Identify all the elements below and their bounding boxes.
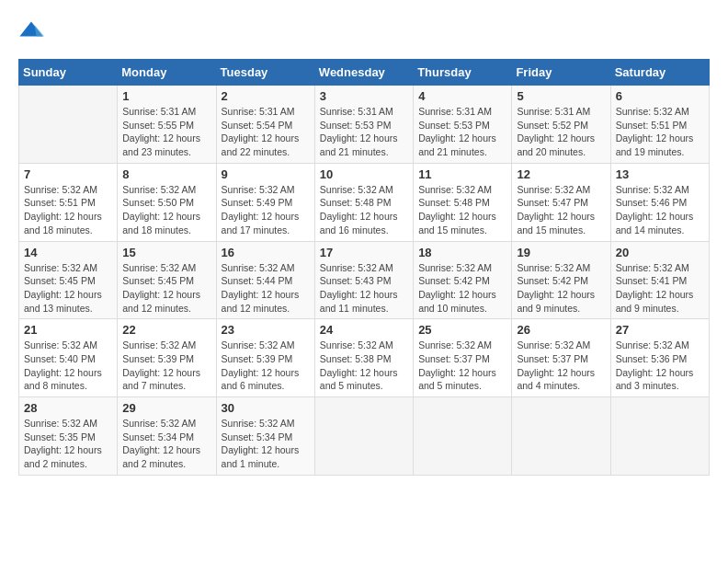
logo — [18, 18, 48, 44]
day-info: Sunrise: 5:32 AM Sunset: 5:48 PM Dayligh… — [418, 183, 506, 237]
calendar-cell: 13Sunrise: 5:32 AM Sunset: 5:46 PM Dayli… — [610, 163, 709, 241]
day-number: 30 — [222, 401, 310, 415]
day-info: Sunrise: 5:32 AM Sunset: 5:49 PM Dayligh… — [222, 183, 310, 237]
calendar-cell: 4Sunrise: 5:31 AM Sunset: 5:53 PM Daylig… — [414, 86, 512, 164]
calendar-cell — [19, 86, 118, 164]
day-info: Sunrise: 5:32 AM Sunset: 5:47 PM Dayligh… — [517, 183, 605, 237]
calendar-cell: 19Sunrise: 5:32 AM Sunset: 5:42 PM Dayli… — [512, 241, 610, 319]
calendar-cell: 28Sunrise: 5:32 AM Sunset: 5:35 PM Dayli… — [19, 397, 118, 476]
day-info: Sunrise: 5:32 AM Sunset: 5:45 PM Dayligh… — [122, 261, 210, 316]
day-info: Sunrise: 5:32 AM Sunset: 5:42 PM Dayligh… — [517, 261, 605, 316]
calendar-cell: 1Sunrise: 5:31 AM Sunset: 5:55 PM Daylig… — [118, 86, 216, 164]
day-info: Sunrise: 5:32 AM Sunset: 5:46 PM Dayligh… — [616, 183, 704, 237]
day-info: Sunrise: 5:32 AM Sunset: 5:37 PM Dayligh… — [517, 339, 605, 393]
day-info: Sunrise: 5:32 AM Sunset: 5:42 PM Dayligh… — [418, 261, 506, 316]
day-info: Sunrise: 5:32 AM Sunset: 5:34 PM Dayligh… — [222, 417, 310, 471]
day-number: 23 — [222, 323, 310, 337]
calendar-cell — [512, 397, 610, 476]
calendar-cell: 23Sunrise: 5:32 AM Sunset: 5:39 PM Dayli… — [216, 319, 314, 397]
day-info: Sunrise: 5:32 AM Sunset: 5:40 PM Dayligh… — [24, 339, 112, 393]
week-row-2: 14Sunrise: 5:32 AM Sunset: 5:45 PM Dayli… — [19, 241, 710, 319]
day-info: Sunrise: 5:32 AM Sunset: 5:51 PM Dayligh… — [24, 183, 112, 237]
calendar-cell: 20Sunrise: 5:32 AM Sunset: 5:41 PM Dayli… — [610, 241, 709, 319]
calendar-cell: 11Sunrise: 5:32 AM Sunset: 5:48 PM Dayli… — [414, 163, 512, 241]
calendar-cell: 5Sunrise: 5:31 AM Sunset: 5:52 PM Daylig… — [512, 86, 610, 164]
calendar-cell: 8Sunrise: 5:32 AM Sunset: 5:50 PM Daylig… — [118, 163, 216, 241]
header-thursday: Thursday — [414, 60, 512, 86]
day-number: 20 — [616, 246, 704, 259]
calendar-cell: 6Sunrise: 5:32 AM Sunset: 5:51 PM Daylig… — [610, 86, 709, 164]
calendar-cell: 10Sunrise: 5:32 AM Sunset: 5:48 PM Dayli… — [314, 163, 413, 241]
header-tuesday: Tuesday — [216, 60, 314, 86]
day-info: Sunrise: 5:31 AM Sunset: 5:52 PM Dayligh… — [517, 105, 605, 159]
day-info: Sunrise: 5:32 AM Sunset: 5:50 PM Dayligh… — [122, 183, 210, 237]
day-info: Sunrise: 5:31 AM Sunset: 5:53 PM Dayligh… — [320, 105, 408, 159]
calendar-cell: 27Sunrise: 5:32 AM Sunset: 5:36 PM Dayli… — [610, 319, 709, 397]
calendar-cell: 21Sunrise: 5:32 AM Sunset: 5:40 PM Dayli… — [19, 319, 118, 397]
day-info: Sunrise: 5:32 AM Sunset: 5:45 PM Dayligh… — [24, 261, 112, 316]
page-header — [18, 18, 710, 44]
day-info: Sunrise: 5:31 AM Sunset: 5:55 PM Dayligh… — [122, 105, 210, 159]
calendar-cell — [610, 397, 709, 476]
day-number: 2 — [222, 89, 310, 103]
calendar-table: SundayMondayTuesdayWednesdayThursdayFrid… — [18, 59, 710, 476]
calendar-cell: 3Sunrise: 5:31 AM Sunset: 5:53 PM Daylig… — [314, 86, 413, 164]
calendar-cell: 25Sunrise: 5:32 AM Sunset: 5:37 PM Dayli… — [414, 319, 512, 397]
day-info: Sunrise: 5:32 AM Sunset: 5:36 PM Dayligh… — [616, 339, 704, 393]
calendar-cell: 18Sunrise: 5:32 AM Sunset: 5:42 PM Dayli… — [414, 241, 512, 319]
header-sunday: Sunday — [19, 60, 118, 86]
day-number: 11 — [418, 167, 506, 181]
day-number: 18 — [418, 246, 506, 259]
calendar-cell: 16Sunrise: 5:32 AM Sunset: 5:44 PM Dayli… — [216, 241, 314, 319]
day-number: 3 — [320, 89, 408, 103]
day-number: 24 — [320, 323, 408, 337]
header-wednesday: Wednesday — [314, 60, 413, 86]
day-number: 28 — [24, 401, 112, 415]
day-number: 16 — [222, 246, 310, 259]
day-number: 9 — [222, 167, 310, 181]
calendar-cell: 15Sunrise: 5:32 AM Sunset: 5:45 PM Dayli… — [118, 241, 216, 319]
day-info: Sunrise: 5:32 AM Sunset: 5:34 PM Dayligh… — [122, 417, 210, 471]
calendar-cell: 9Sunrise: 5:32 AM Sunset: 5:49 PM Daylig… — [216, 163, 314, 241]
day-number: 29 — [122, 401, 210, 415]
day-info: Sunrise: 5:32 AM Sunset: 5:39 PM Dayligh… — [122, 339, 210, 393]
week-row-3: 21Sunrise: 5:32 AM Sunset: 5:40 PM Dayli… — [19, 319, 710, 397]
day-number: 1 — [122, 89, 210, 103]
day-number: 13 — [616, 167, 704, 181]
day-info: Sunrise: 5:31 AM Sunset: 5:54 PM Dayligh… — [222, 105, 310, 159]
day-number: 15 — [122, 246, 210, 259]
day-number: 14 — [24, 246, 112, 259]
day-info: Sunrise: 5:32 AM Sunset: 5:39 PM Dayligh… — [222, 339, 310, 393]
day-info: Sunrise: 5:31 AM Sunset: 5:53 PM Dayligh… — [418, 105, 506, 159]
day-number: 25 — [418, 323, 506, 337]
calendar-cell: 12Sunrise: 5:32 AM Sunset: 5:47 PM Dayli… — [512, 163, 610, 241]
day-info: Sunrise: 5:32 AM Sunset: 5:48 PM Dayligh… — [320, 183, 408, 237]
calendar-cell: 30Sunrise: 5:32 AM Sunset: 5:34 PM Dayli… — [216, 397, 314, 476]
day-number: 4 — [418, 89, 506, 103]
day-number: 5 — [517, 89, 605, 103]
day-number: 27 — [616, 323, 704, 337]
day-info: Sunrise: 5:32 AM Sunset: 5:43 PM Dayligh… — [320, 261, 408, 316]
week-row-4: 28Sunrise: 5:32 AM Sunset: 5:35 PM Dayli… — [19, 397, 710, 476]
header-saturday: Saturday — [610, 60, 709, 86]
calendar-cell — [414, 397, 512, 476]
day-number: 6 — [616, 89, 704, 103]
calendar-cell: 26Sunrise: 5:32 AM Sunset: 5:37 PM Dayli… — [512, 319, 610, 397]
header-monday: Monday — [118, 60, 216, 86]
day-info: Sunrise: 5:32 AM Sunset: 5:38 PM Dayligh… — [320, 339, 408, 393]
day-info: Sunrise: 5:32 AM Sunset: 5:51 PM Dayligh… — [616, 105, 704, 159]
day-number: 8 — [122, 167, 210, 181]
day-info: Sunrise: 5:32 AM Sunset: 5:37 PM Dayligh… — [418, 339, 506, 393]
day-number: 17 — [320, 246, 408, 259]
week-row-1: 7Sunrise: 5:32 AM Sunset: 5:51 PM Daylig… — [19, 163, 710, 241]
calendar-cell: 17Sunrise: 5:32 AM Sunset: 5:43 PM Dayli… — [314, 241, 413, 319]
day-number: 19 — [517, 246, 605, 259]
day-number: 21 — [24, 323, 112, 337]
calendar-cell: 22Sunrise: 5:32 AM Sunset: 5:39 PM Dayli… — [118, 319, 216, 397]
calendar-cell: 14Sunrise: 5:32 AM Sunset: 5:45 PM Dayli… — [19, 241, 118, 319]
header-row: SundayMondayTuesdayWednesdayThursdayFrid… — [19, 60, 710, 86]
logo-icon — [18, 18, 44, 44]
day-info: Sunrise: 5:32 AM Sunset: 5:41 PM Dayligh… — [616, 261, 704, 316]
calendar-cell: 2Sunrise: 5:31 AM Sunset: 5:54 PM Daylig… — [216, 86, 314, 164]
day-number: 22 — [122, 323, 210, 337]
